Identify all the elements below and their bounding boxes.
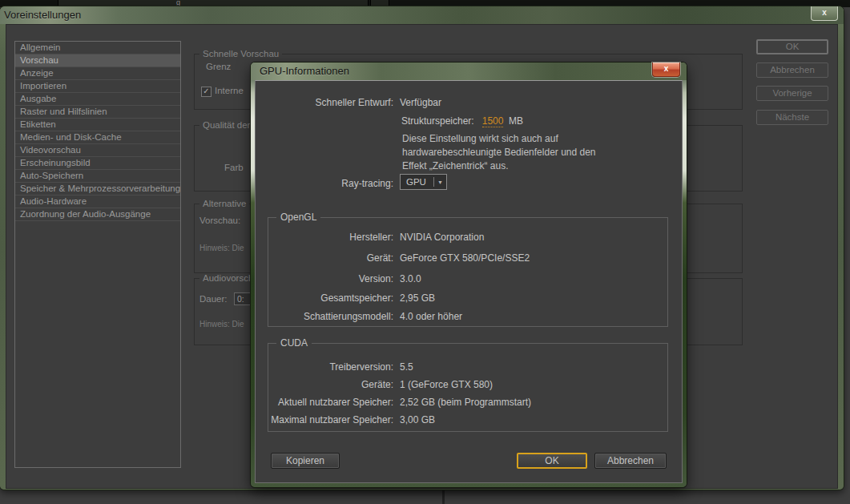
- row-label: Gerät:: [256, 252, 393, 264]
- sidebar-item-anzeige[interactable]: Anzeige: [15, 67, 180, 80]
- row-value: 1 (GeForce GTX 580): [400, 379, 493, 390]
- group-title: Qualität der: [199, 120, 253, 130]
- texture-memory-label: Strukturspeicher:: [401, 115, 474, 127]
- gpu-dialog-content: Schneller Entwurf: Verfügbar Strukturspe…: [255, 80, 683, 483]
- sidebar-item-etiketten[interactable]: Etiketten: [15, 119, 180, 131]
- texture-memory-unit: MB: [509, 115, 523, 127]
- cancel-button[interactable]: Abbrechen: [594, 453, 667, 469]
- row-label: Geräte:: [256, 379, 393, 390]
- row-label: Treiberversion:: [256, 361, 393, 373]
- copy-button[interactable]: Kopieren: [271, 453, 340, 469]
- hinweis-label: Hinweis: Die: [199, 244, 244, 252]
- next-button[interactable]: Nächste: [756, 110, 828, 125]
- row-value: 5.5: [400, 361, 413, 373]
- cuda-row: Maximal nutzbarer Speicher: 3,00 GB: [256, 414, 435, 425]
- farb-label: Farb: [224, 163, 244, 172]
- preferences-titlebar[interactable]: Voreinstellungen x: [0, 6, 844, 24]
- cuda-group-title: CUDA: [276, 337, 312, 349]
- dialog-title: GPU-Informationen: [260, 65, 349, 77]
- ok-button[interactable]: OK: [756, 39, 828, 54]
- sidebar-item-erscheinungsbild[interactable]: Erscheinungsbild: [15, 157, 180, 170]
- row-label: Gesamtspeicher:: [256, 292, 393, 304]
- preferences-category-list: Allgemein Vorschau Anzeige Importieren A…: [14, 41, 181, 468]
- fast-draft-label: Schneller Entwurf:: [256, 97, 393, 108]
- opengl-row: Schattierungsmodell: 4.0 oder höher: [256, 311, 462, 322]
- window-title: Voreinstellungen: [4, 9, 81, 21]
- texture-memory-note: Diese Einstellung wirkt sich auch auf ha…: [402, 132, 626, 173]
- opengl-group-title: OpenGL: [276, 212, 320, 223]
- panel-divider: [442, 487, 445, 504]
- row-label: Schattierungsmodell:: [256, 311, 393, 322]
- hinweis-label: Hinweis: Die: [199, 320, 244, 329]
- opengl-row: Hersteller: NVIDIA Corporation: [256, 232, 484, 243]
- opengl-row: Gerät: GeForce GTX 580/PCIe/SSE2: [256, 252, 530, 264]
- interne-checkbox[interactable]: ✓: [201, 87, 211, 97]
- panel-fragment-text: g: [176, 0, 180, 6]
- row-value: GeForce GTX 580/PCIe/SSE2: [400, 252, 530, 264]
- ray-tracing-dropdown[interactable]: GPU ▼: [400, 174, 447, 190]
- sidebar-item-auto-speichern[interactable]: Auto-Speichern: [15, 170, 180, 183]
- sidebar-item-audio-hardware[interactable]: Audio-Hardware: [15, 196, 180, 208]
- texture-memory-row: Strukturspeicher: 1500 MB: [401, 115, 523, 127]
- cuda-row: Geräte: 1 (GeForce GTX 580): [256, 379, 493, 390]
- row-value: 3,00 GB: [400, 414, 435, 425]
- row-value: NVIDIA Corporation: [400, 232, 484, 243]
- row-value: 3.0.0: [400, 273, 421, 284]
- row-label: Version:: [256, 273, 393, 284]
- row-value: 2,95 GB: [400, 292, 435, 304]
- previous-button[interactable]: Vorherige: [756, 86, 828, 101]
- sidebar-item-audio-ausgaenge[interactable]: Zuordnung der Audio-Ausgänge: [15, 208, 180, 221]
- chevron-down-icon: ▼: [434, 179, 446, 185]
- dauer-label: Dauer:: [199, 294, 228, 304]
- sidebar-item-importieren[interactable]: Importieren: [15, 80, 180, 93]
- sidebar-item-medien-cache[interactable]: Medien- und Disk-Cache: [15, 131, 180, 144]
- interne-checkbox-label: Interne: [215, 86, 244, 95]
- opengl-row: Gesamtspeicher: 2,95 GB: [256, 292, 435, 304]
- gpu-info-dialog: GPU-Informationen x Schneller Entwurf: V…: [251, 62, 687, 487]
- sidebar-item-videovorschau[interactable]: Videovorschau: [15, 144, 180, 157]
- close-icon[interactable]: x: [811, 6, 838, 21]
- fast-draft-row: Schneller Entwurf: Verfügbar: [256, 97, 441, 108]
- row-label: Aktuell nutzbarer Speicher:: [256, 397, 393, 408]
- sidebar-item-ausgabe[interactable]: Ausgabe: [15, 93, 180, 106]
- cuda-row: Treiberversion: 5.5: [256, 361, 413, 373]
- cuda-row: Aktuell nutzbarer Speicher: 2,52 GB (bei…: [256, 397, 531, 408]
- screen: g Voreinstellungen x Allgemein Vorschau …: [0, 0, 850, 504]
- vorschau-label: Vorschau:: [199, 216, 240, 225]
- fast-draft-value: Verfügbar: [400, 97, 441, 108]
- ok-button[interactable]: OK: [517, 453, 587, 469]
- close-icon[interactable]: x: [652, 62, 680, 77]
- sidebar-item-raster[interactable]: Raster und Hilfslinien: [15, 106, 180, 119]
- row-value: 4.0 oder höher: [400, 311, 462, 322]
- ray-tracing-value: GPU: [401, 177, 433, 187]
- sidebar-item-allgemein[interactable]: Allgemein: [15, 42, 180, 54]
- cancel-button[interactable]: Abbrechen: [756, 62, 828, 78]
- gpu-dialog-titlebar[interactable]: GPU-Informationen x: [251, 62, 687, 80]
- sidebar-item-vorschau[interactable]: Vorschau: [15, 54, 180, 67]
- opengl-row: Version: 3.0.0: [256, 273, 421, 284]
- group-title: Audiovorsch: [199, 273, 256, 283]
- ray-tracing-label: Ray-tracing:: [256, 178, 393, 189]
- ray-tracing-row: Ray-tracing:: [256, 178, 400, 189]
- group-title: Alternative: [199, 199, 249, 208]
- limit-label: Grenz: [206, 62, 231, 71]
- row-label: Maximal nutzbarer Speicher:: [256, 414, 393, 425]
- sidebar-item-speicher[interactable]: Speicher & Mehrprozessorverarbeitung: [15, 183, 180, 196]
- row-label: Hersteller:: [256, 232, 393, 243]
- group-title: Schnelle Vorschau: [199, 49, 282, 58]
- texture-memory-hot-text[interactable]: 1500: [482, 115, 504, 127]
- row-value: 2,52 GB (beim Programmstart): [400, 397, 531, 408]
